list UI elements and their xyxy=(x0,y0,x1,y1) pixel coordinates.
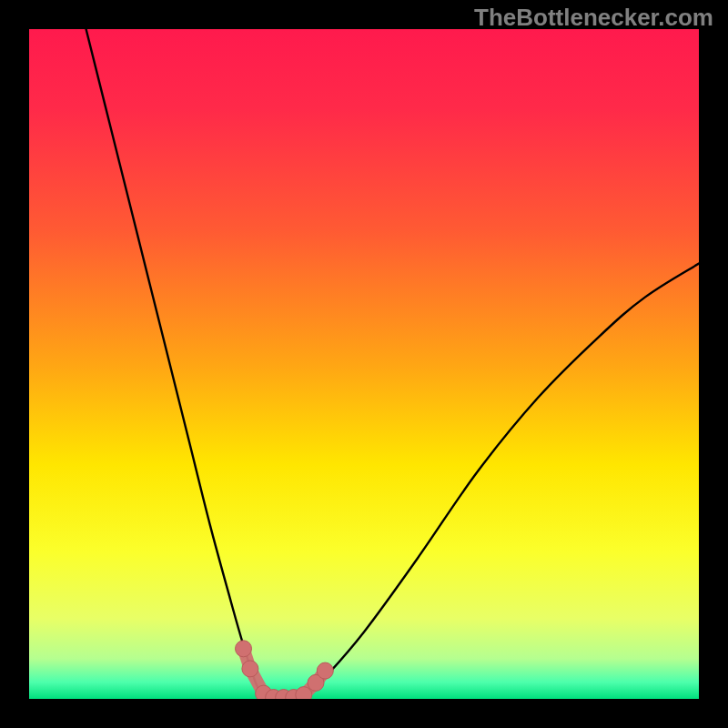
watermark-text: TheBottlenecker.com xyxy=(474,4,713,32)
marker-dot xyxy=(317,662,333,679)
marker-dot xyxy=(236,641,252,657)
gradient-background xyxy=(29,29,699,699)
plot-svg xyxy=(29,29,699,699)
plot-area xyxy=(29,29,699,699)
chart-frame: TheBottlenecker.com xyxy=(0,0,728,728)
marker-dot xyxy=(242,661,258,677)
